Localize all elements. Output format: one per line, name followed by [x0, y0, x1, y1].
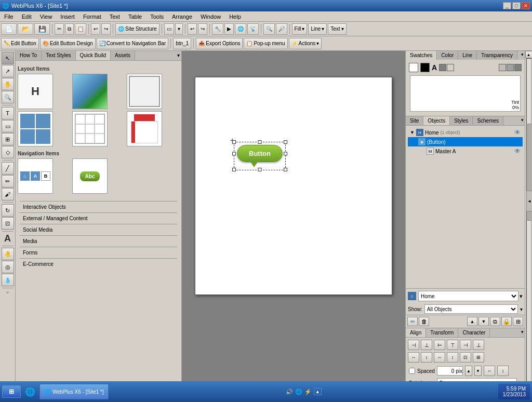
menu-text[interactable]: Text [105, 11, 124, 21]
nav-item-1[interactable]: ⌂ A B [18, 158, 53, 194]
crop-tool[interactable]: ⊡ [2, 217, 14, 230]
menu-format[interactable]: Format [79, 11, 105, 21]
menu-file[interactable]: File [0, 11, 18, 21]
layout-blank[interactable] [127, 74, 162, 109]
line-btn[interactable]: Line▾ [308, 23, 327, 35]
window-controls[interactable]: _ □ ✕ [503, 2, 530, 9]
site-structure-button[interactable]: 🌐 Site Structure [115, 23, 159, 35]
match-wh-btn[interactable]: ⊡ [460, 352, 471, 363]
minimize-button[interactable]: _ [503, 2, 511, 9]
white-swatch[interactable] [409, 63, 418, 72]
publish-btn[interactable]: 🌐 [235, 23, 246, 35]
line-tool[interactable]: ╱ [2, 162, 14, 175]
obj-clone-btn[interactable]: ⧉ [490, 317, 500, 326]
home-dropdown-arrow[interactable]: ▾ [520, 293, 523, 300]
maximize-button[interactable]: □ [512, 2, 521, 9]
action1[interactable]: ↩ [188, 23, 197, 35]
tab-styles[interactable]: Styles [450, 116, 473, 125]
menu-edit[interactable]: Edit [18, 11, 36, 21]
home-visibility-icon[interactable]: 👁 [514, 129, 521, 136]
speech-bubble-button[interactable]: Button [237, 145, 283, 162]
ftp-btn[interactable]: 📡 [247, 23, 259, 35]
frame-tool[interactable]: ▭ [2, 120, 14, 132]
home-selector-dropdown[interactable]: Home [418, 291, 518, 301]
tab-align[interactable]: Align [406, 328, 426, 337]
pan-tool[interactable]: ✋ [2, 78, 14, 90]
brush-tool[interactable]: 🖌 [2, 188, 14, 200]
layout-grid-4[interactable] [18, 111, 53, 146]
spaced-extra1[interactable]: ↔ [484, 366, 495, 376]
dropper-tool[interactable]: 💧 [2, 274, 14, 286]
dist-v-btn[interactable]: ↕ [421, 352, 432, 363]
layout-table[interactable] [72, 111, 108, 146]
swatch3[interactable] [507, 64, 514, 71]
ecommerce-item[interactable]: E-Commerce [20, 260, 177, 269]
hand-tool[interactable]: 🤚 [2, 248, 14, 260]
push-btn[interactable]: ⊞ [473, 352, 484, 363]
tray-icon-2[interactable]: 🌐 [295, 388, 302, 395]
align-right-btn[interactable]: ⊢ [434, 340, 445, 350]
btn-name-label[interactable]: btn_1 [173, 38, 191, 49]
dropdown-btn[interactable]: ▾ [175, 23, 183, 35]
handle-br[interactable] [284, 168, 287, 171]
taskbar-webplus[interactable]: 🌐 WebPlus X6 - [Site1 *] [39, 384, 109, 399]
match-h-btn[interactable]: ↕ [447, 352, 458, 363]
media-item[interactable]: Media [20, 237, 177, 246]
tab-schemes[interactable]: Schemes [473, 116, 503, 125]
black-swatch[interactable] [420, 63, 430, 72]
swatch4[interactable] [514, 64, 522, 71]
tab-site[interactable]: Site [406, 116, 423, 125]
action2[interactable]: ↪ [198, 23, 207, 35]
new-button[interactable]: 📄 [1, 23, 17, 35]
swatch-light[interactable] [447, 64, 454, 71]
obj-move-up-btn[interactable]: ▲ [467, 317, 477, 326]
copy-button[interactable]: ⧉ [65, 23, 74, 35]
nav-item-2[interactable]: Abc [72, 158, 108, 194]
text-tool[interactable]: T [2, 107, 14, 119]
tab-transform[interactable]: Transform [426, 328, 458, 337]
tab-objects[interactable]: Objects [423, 116, 450, 125]
tab-color[interactable]: Color [437, 51, 458, 60]
pencil-tool[interactable]: ✏ [2, 175, 14, 187]
tab-assets[interactable]: Assets [111, 51, 135, 60]
swatch2[interactable] [499, 64, 506, 71]
expand-tools[interactable]: » [6, 290, 9, 295]
rotate-tool[interactable]: ↻ [2, 204, 14, 217]
align-center-v-btn[interactable]: ⊣ [460, 340, 471, 350]
tray-icon-1[interactable]: 🔊 [286, 388, 293, 395]
canvas-v-scrollbar[interactable]: ▲ ▼ [525, 51, 532, 391]
tab-character[interactable]: Character [458, 328, 490, 337]
start-button[interactable]: ⊞ [2, 385, 21, 398]
handle-mr[interactable] [284, 152, 287, 155]
spaced-down-btn[interactable]: ▼ [474, 366, 482, 376]
handle-tr[interactable] [284, 140, 287, 144]
obj-delete-btn[interactable]: 🗑 [419, 317, 429, 326]
zoom-tool[interactable]: 🔍 [2, 91, 14, 103]
stamp-tool[interactable]: ◎ [2, 261, 14, 273]
popup-menu-btn[interactable]: 📋 Pop-up menu [244, 38, 287, 49]
rect-button[interactable]: ▭ [164, 23, 174, 35]
handle-ml[interactable] [232, 152, 236, 155]
pointer-tool[interactable]: ↖ [2, 52, 14, 64]
layout-image[interactable] [72, 74, 108, 109]
close-button[interactable]: ✕ [522, 2, 530, 9]
tree-button[interactable]: ◈ (Button) [408, 137, 523, 146]
menu-arrange[interactable]: Arrange [168, 11, 196, 21]
tab-swatches[interactable]: Swatches [406, 51, 437, 60]
spaced-extra2[interactable]: ↕ [497, 366, 509, 376]
zoom-in[interactable]: 🔍 [263, 23, 275, 35]
handle-tl[interactable] [232, 140, 236, 144]
pointer-alt-tool[interactable]: ↗ [2, 65, 14, 77]
external-managed-item[interactable]: External / Managed Content [20, 214, 177, 223]
v-scroll-track[interactable] [526, 58, 531, 383]
spaced-input[interactable] [437, 366, 463, 376]
v-scroll-up[interactable]: ▲ [525, 51, 533, 58]
zoom-out[interactable]: 🔎 [276, 23, 287, 35]
text-color-A[interactable]: A [432, 63, 437, 72]
spaced-checkbox[interactable] [409, 368, 415, 374]
align-left-btn[interactable]: ⊣ [408, 340, 419, 350]
home-collapse-arrow[interactable]: ▼ [410, 130, 415, 135]
canvas-scroll-area[interactable]: ✛ Button [182, 51, 405, 383]
redo-button[interactable]: ↪ [101, 23, 111, 35]
tray-show-icons[interactable]: ▲ [314, 388, 322, 395]
